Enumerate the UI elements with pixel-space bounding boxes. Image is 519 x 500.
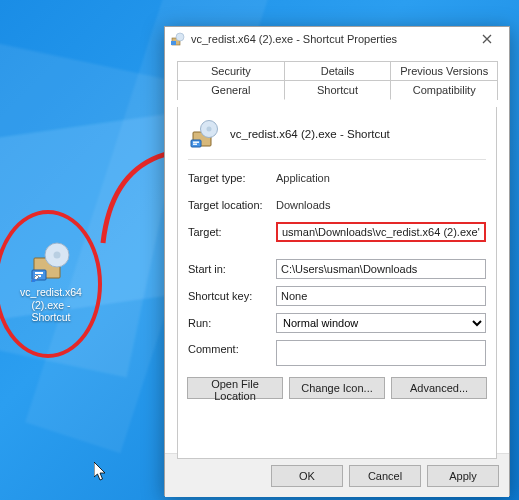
tab-previous-versions[interactable]: Previous Versions	[390, 61, 498, 81]
ok-button[interactable]: OK	[271, 465, 343, 487]
tab-details[interactable]: Details	[284, 61, 392, 81]
target-location-value: Downloads	[276, 199, 486, 211]
cancel-button[interactable]: Cancel	[349, 465, 421, 487]
svg-point-2	[54, 252, 61, 259]
installer-icon	[30, 240, 72, 282]
run-select[interactable]: Normal window	[276, 313, 486, 333]
divider	[188, 159, 486, 160]
comment-input[interactable]	[276, 340, 486, 366]
startin-label: Start in:	[188, 263, 276, 275]
svg-point-7	[176, 33, 184, 41]
shortcutkey-input[interactable]	[276, 286, 486, 306]
dialog-footer: OK Cancel Apply	[165, 453, 509, 497]
installer-icon	[190, 119, 220, 149]
installer-icon	[171, 32, 185, 46]
svg-rect-4	[35, 272, 43, 274]
svg-rect-13	[193, 142, 199, 143]
tab-security[interactable]: Security	[177, 61, 285, 81]
tab-shortcut[interactable]: Shortcut	[284, 80, 392, 100]
svg-rect-14	[193, 144, 197, 145]
tab-panel-shortcut: vc_redist.x64 (2).exe - Shortcut Target …	[177, 107, 497, 459]
startin-input[interactable]	[276, 259, 486, 279]
tabs: Security Details Previous Versions Gener…	[177, 61, 497, 101]
target-type-value: Application	[276, 172, 486, 184]
svg-point-11	[207, 127, 212, 132]
dialog-titlebar[interactable]: vc_redist.x64 (2).exe - Shortcut Propert…	[165, 27, 509, 51]
tab-general[interactable]: General	[177, 80, 285, 100]
svg-rect-8	[171, 41, 176, 45]
dialog-title: vc_redist.x64 (2).exe - Shortcut Propert…	[191, 33, 467, 45]
tab-compatibility[interactable]: Compatibility	[390, 80, 498, 100]
desktop-shortcut-label: vc_redist.x64 (2).exe - Shortcut	[20, 286, 82, 323]
target-label: Target:	[188, 226, 276, 238]
properties-dialog: vc_redist.x64 (2).exe - Shortcut Propert…	[164, 26, 510, 496]
desktop-shortcut-icon[interactable]: vc_redist.x64 (2).exe - Shortcut	[16, 240, 86, 324]
target-type-label: Target type:	[188, 172, 276, 184]
shortcut-name: vc_redist.x64 (2).exe - Shortcut	[230, 128, 390, 140]
open-file-location-button[interactable]: Open File Location	[187, 377, 283, 399]
comment-label: Comment:	[188, 340, 276, 355]
close-button[interactable]	[467, 28, 507, 50]
run-label: Run:	[188, 317, 276, 329]
apply-button[interactable]: Apply	[427, 465, 499, 487]
shortcutkey-label: Shortcut key:	[188, 290, 276, 302]
mouse-cursor-icon	[94, 462, 108, 482]
target-input[interactable]	[276, 222, 486, 242]
advanced-button[interactable]: Advanced...	[391, 377, 487, 399]
close-icon	[482, 34, 492, 44]
change-icon-button[interactable]: Change Icon...	[289, 377, 385, 399]
target-location-label: Target location:	[188, 199, 276, 211]
